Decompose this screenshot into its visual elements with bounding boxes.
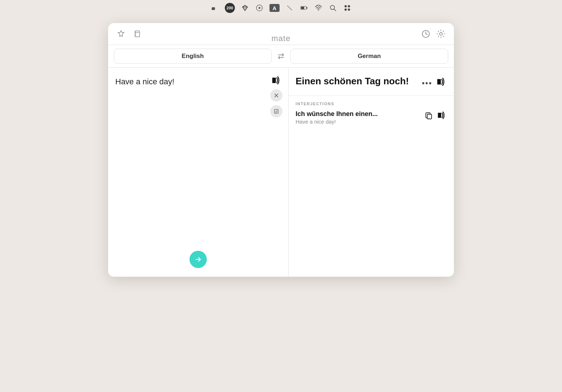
svg-rect-24 — [274, 110, 278, 113]
svg-point-7 — [318, 10, 319, 11]
clock-icon[interactable] — [420, 28, 432, 40]
definition-category: INTERJECTIONS — [296, 102, 447, 106]
right-panel: Einen schönen Tag noch! ••• INTERJECTION… — [289, 68, 454, 277]
main-translation: Einen schönen Tag noch! ••• — [289, 68, 454, 96]
left-panel: Have a nice day! — [108, 68, 289, 277]
battery-icon — [300, 4, 308, 12]
search-icon[interactable] — [329, 4, 337, 12]
svg-line-19 — [426, 34, 427, 35]
wifi-icon[interactable] — [314, 4, 323, 12]
menubar-icons: æ 200 A — [210, 3, 352, 13]
copy-button[interactable] — [424, 111, 433, 122]
definition-sub-text: Have a nice day! — [296, 119, 420, 125]
svg-rect-10 — [345, 5, 347, 8]
source-text[interactable]: Have a nice day! — [115, 76, 281, 268]
menubar: æ 200 A — [0, 0, 562, 16]
pin-icon[interactable] — [115, 28, 127, 40]
definition-speak-button[interactable] — [437, 110, 447, 122]
play-icon[interactable] — [255, 4, 264, 12]
source-language-button[interactable]: English — [114, 49, 272, 64]
translation-area: Have a nice day! — [108, 68, 454, 277]
definition-text-group: Ich wünsche Ihnen einen... Have a nice d… — [296, 110, 420, 125]
svg-line-3 — [287, 5, 292, 10]
svg-rect-5 — [301, 7, 304, 9]
definition-main-text: Ich wünsche Ihnen einen... — [296, 110, 420, 118]
more-options-button[interactable]: ••• — [422, 79, 432, 88]
gear-icon[interactable] — [435, 28, 447, 40]
svg-rect-16 — [135, 31, 136, 37]
save-button[interactable] — [270, 105, 282, 117]
svg-rect-12 — [345, 9, 347, 11]
popup-window: mate English — [108, 23, 454, 277]
definition-item: Ich wünsche Ihnen einen... Have a nice d… — [296, 110, 447, 125]
translation-controls: ••• — [422, 75, 447, 90]
svg-rect-11 — [348, 5, 350, 8]
clear-button[interactable] — [270, 89, 282, 102]
svg-text:æ: æ — [212, 5, 215, 11]
svg-rect-13 — [348, 9, 350, 11]
svg-marker-28 — [438, 113, 441, 118]
svg-marker-26 — [437, 79, 441, 85]
svg-rect-6 — [307, 7, 307, 9]
font-a-icon[interactable]: A — [269, 4, 280, 12]
submit-button[interactable] — [189, 251, 207, 268]
svg-point-20 — [440, 32, 442, 35]
translation-speak-button[interactable] — [436, 76, 447, 90]
svg-rect-27 — [427, 114, 432, 119]
source-speak-button[interactable] — [271, 75, 282, 86]
definition-controls — [424, 110, 447, 122]
header-left — [115, 28, 143, 40]
book-icon[interactable] — [132, 28, 143, 40]
definitions-section: INTERJECTIONS Ich wünsche Ihnen einen...… — [289, 96, 454, 132]
app-title: mate — [272, 34, 291, 43]
left-controls — [270, 75, 282, 117]
ae-icon[interactable]: æ — [210, 4, 219, 12]
svg-marker-21 — [272, 78, 276, 83]
target-language-button[interactable]: German — [290, 49, 448, 64]
language-selector-row: English German — [108, 45, 454, 68]
badge-200-icon[interactable]: 200 — [225, 3, 235, 13]
svg-marker-2 — [259, 7, 261, 9]
translation-text: Einen schönen Tag noch! — [296, 75, 417, 88]
header-right — [420, 28, 447, 40]
swap-languages-icon[interactable] — [275, 50, 287, 62]
svg-line-9 — [334, 9, 336, 11]
diamond-icon[interactable] — [241, 4, 249, 12]
popup-header: mate — [108, 23, 454, 45]
control-center-icon[interactable] — [343, 4, 352, 12]
pointer-icon[interactable] — [285, 4, 294, 12]
